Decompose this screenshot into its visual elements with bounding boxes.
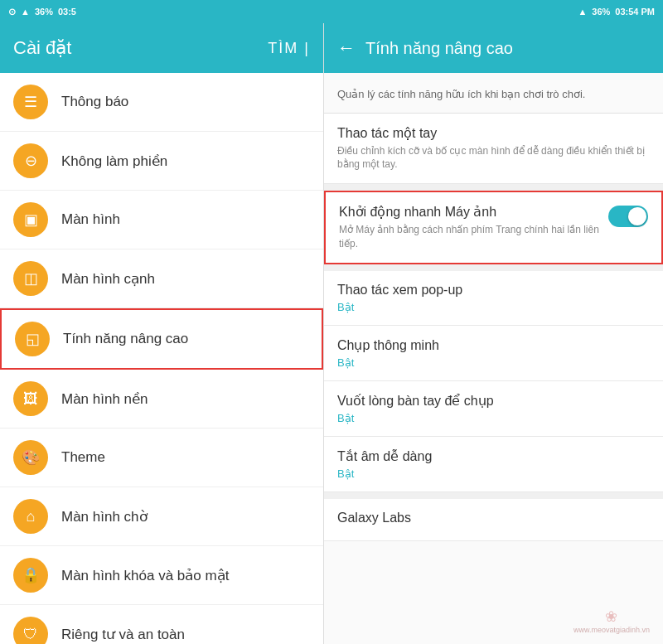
quick-camera-header: Khởi động nhanh Máy ảnh Mở Máy ảnh bằng … — [339, 204, 648, 251]
edge-label: Màn hình cạnh — [61, 270, 155, 288]
one-hand-name: Thao tác một tay — [337, 125, 650, 141]
easy-mute-value: Bật — [337, 467, 650, 480]
watermark: ❀ www.meovatgiadinh.vn — [573, 608, 650, 634]
sidebar-item-dnd[interactable]: ⊖ Không làm phiền — [0, 132, 323, 191]
setting-one-hand[interactable]: Thao tác một tay Điều chỉnh kích cỡ và b… — [324, 114, 663, 185]
back-button[interactable]: ← — [337, 37, 356, 59]
watermark-flower: ❀ — [605, 608, 617, 626]
edge-icon: ◫ — [13, 261, 48, 296]
right-status-bar: ▲ 36% 03:54 PM — [332, 0, 663, 23]
theme-label: Theme — [61, 449, 105, 466]
setting-easy-mute[interactable]: Tắt âm dễ dàng Bật — [324, 437, 663, 492]
quick-camera-name: Khởi động nhanh Máy ảnh — [339, 204, 600, 220]
popup-name: Thao tác xem pop-up — [337, 283, 650, 298]
wallpaper-label: Màn hình nền — [61, 390, 148, 408]
settings-title: Cài đặt — [13, 37, 71, 59]
left-wifi-icon: ▲ — [21, 7, 30, 17]
right-panel-title: Tính năng nâng cao — [365, 39, 513, 58]
advanced-icon: ◱ — [15, 322, 50, 356]
intro-text: Quản lý các tính năng hữu ích khi bạn ch… — [337, 88, 585, 100]
sidebar-item-notification[interactable]: ☰ Thông báo — [0, 73, 323, 132]
quick-camera-info: Khởi động nhanh Máy ảnh Mở Máy ảnh bằng … — [339, 204, 608, 251]
sidebar-item-homescreen[interactable]: ⌂ Màn hình chờ — [0, 487, 323, 546]
left-signal-icon: ⊙ — [8, 7, 16, 17]
left-battery: 36% — [35, 7, 53, 17]
sidebar-item-wallpaper[interactable]: 🖼 Màn hình nền — [0, 370, 323, 429]
display-icon: ▣ — [13, 202, 48, 237]
smart-capture-name: Chụp thông minh — [337, 337, 650, 353]
privacy-icon: 🛡 — [13, 617, 48, 644]
search-box[interactable]: TÌM | — [268, 40, 310, 57]
toggle-thumb — [628, 207, 646, 225]
setting-quick-camera[interactable]: Khởi động nhanh Máy ảnh Mở Máy ảnh bằng … — [324, 191, 663, 264]
sidebar-item-advanced[interactable]: ◱ Tính năng nâng cao — [0, 308, 323, 370]
homescreen-icon: ⌂ — [13, 499, 48, 534]
setting-galaxy-labs[interactable]: Galaxy Labs — [324, 499, 663, 541]
advanced-label: Tính năng nâng cao — [63, 331, 188, 347]
left-header: Cài đặt TÌM | — [0, 23, 323, 73]
sidebar-item-display[interactable]: ▣ Màn hình — [0, 191, 323, 249]
left-status-bar: ⊙ ▲ 36% 03:5 — [0, 0, 332, 23]
homescreen-label: Màn hình chờ — [61, 508, 148, 525]
section-intro: Quản lý các tính năng hữu ích khi bạn ch… — [324, 73, 663, 114]
dnd-label: Không làm phiền — [61, 153, 167, 170]
divider-2 — [324, 264, 663, 271]
one-hand-desc: Điều chỉnh kích cỡ và bố cục màn hình để… — [337, 144, 650, 172]
sidebar-item-privacy[interactable]: 🛡 Riêng tư và an toàn — [0, 605, 323, 644]
palm-swipe-value: Bật — [337, 412, 650, 424]
right-wifi-icon: ▲ — [578, 7, 587, 17]
setting-palm-swipe[interactable]: Vuốt lòng bàn tay để chụp Bật — [324, 381, 663, 437]
setting-smart-capture[interactable]: Chụp thông minh Bật — [324, 326, 663, 381]
watermark-text: www.meovatgiadinh.vn — [573, 626, 650, 634]
lockscreen-icon: 🔒 — [13, 558, 48, 593]
privacy-label: Riêng tư và an toàn — [61, 626, 185, 643]
divider-1 — [324, 184, 663, 191]
easy-mute-name: Tắt âm dễ dàng — [337, 448, 650, 464]
wallpaper-icon: 🖼 — [13, 381, 48, 416]
notification-label: Thông báo — [61, 94, 128, 110]
lockscreen-label: Màn hình khóa và bảo mật — [61, 567, 229, 584]
divider-3 — [324, 492, 663, 499]
left-panel: Cài đặt TÌM | ☰ Thông báo ⊖ Không làm ph… — [0, 23, 323, 644]
right-panel: ← Tính năng nâng cao Quản lý các tính nă… — [323, 23, 663, 644]
notification-icon: ☰ — [13, 85, 48, 119]
quick-camera-toggle[interactable] — [608, 206, 648, 227]
search-label[interactable]: TÌM | — [268, 40, 310, 57]
galaxy-labs-name: Galaxy Labs — [337, 511, 650, 525]
sidebar-item-lockscreen[interactable]: 🔒 Màn hình khóa và bảo mật — [0, 546, 323, 605]
left-time: 03:5 — [58, 7, 76, 17]
setting-popup[interactable]: Thao tác xem pop-up Bật — [324, 271, 663, 326]
quick-camera-desc: Mở Máy ảnh bằng cách nhấn phím Trang chí… — [339, 223, 600, 251]
right-time: 03:54 PM — [615, 7, 655, 17]
sidebar-item-edge[interactable]: ◫ Màn hình cạnh — [0, 249, 323, 308]
display-label: Màn hình — [61, 211, 120, 228]
sidebar-item-theme[interactable]: 🎨 Theme — [0, 429, 323, 487]
dnd-icon: ⊖ — [13, 143, 48, 178]
theme-icon: 🎨 — [13, 440, 48, 475]
right-content: Quản lý các tính năng hữu ích khi bạn ch… — [324, 73, 663, 644]
right-battery: 36% — [592, 7, 610, 17]
right-header: ← Tính năng nâng cao — [324, 23, 663, 73]
smart-capture-value: Bật — [337, 356, 650, 369]
popup-value: Bật — [337, 301, 650, 313]
menu-list: ☰ Thông báo ⊖ Không làm phiền ▣ Màn hình… — [0, 73, 323, 644]
palm-swipe-name: Vuốt lòng bàn tay để chụp — [337, 393, 650, 409]
